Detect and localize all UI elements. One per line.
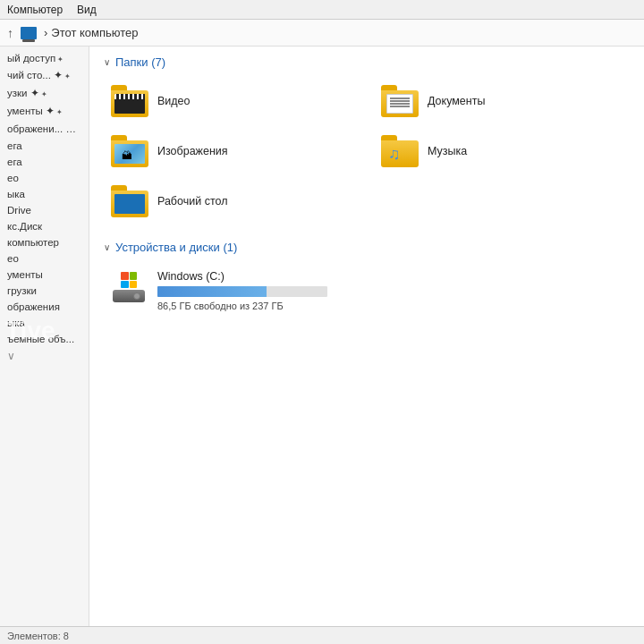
storage-progress-fill — [157, 286, 267, 297]
sidebar-item-video[interactable]: ео — [0, 170, 89, 186]
folder-video[interactable]: Видео — [104, 80, 360, 123]
menu-bar: Компьютер Вид — [0, 0, 644, 20]
device-icon — [111, 270, 147, 302]
folders-chevron: ∨ — [104, 57, 110, 67]
status-bar: Элементов: 8 — [0, 626, 644, 644]
nav-up-button[interactable]: ↑ — [7, 26, 13, 40]
folder-desktop-label: Рабочий стол — [157, 195, 227, 208]
sidebar-item-downloads2[interactable]: грузки — [0, 283, 89, 299]
folder-music-label: Музыка — [428, 145, 467, 157]
storage-progress-bar — [157, 286, 327, 297]
device-info: Windows (C:) 86,5 ГБ свободно из 237 ГБ — [157, 270, 327, 311]
sidebar-item-mega1[interactable]: ега — [0, 138, 89, 154]
folder-docs[interactable]: Документы — [374, 80, 630, 123]
sidebar-item-mega2[interactable]: ега — [0, 154, 89, 170]
devices-section-title: Устройства и диски (1) — [115, 241, 237, 254]
folders-section-title: Папки (7) — [115, 55, 165, 69]
menu-computer[interactable]: Компьютер — [7, 4, 63, 16]
devices-section-header[interactable]: ∨ Устройства и диски (1) — [104, 241, 630, 254]
device-name: Windows (C:) — [157, 270, 327, 283]
folder-docs-icon — [381, 85, 419, 117]
sidebar-item-yandex[interactable]: кс.Диск — [0, 218, 89, 234]
sidebar-item-downloads[interactable]: узки ✦ — [0, 84, 89, 102]
folder-desktop[interactable]: Рабочий стол — [104, 180, 360, 223]
sidebar-item-desktop[interactable]: чий сто... ✦ — [0, 66, 89, 84]
hdd-icon — [113, 290, 145, 302]
sidebar-item-docs2[interactable]: ументы — [0, 267, 89, 283]
folder-images[interactable]: Изображения — [104, 130, 360, 173]
items-count: Элементов: 8 — [7, 631, 69, 641]
sidebar-item-video2[interactable]: ео — [0, 250, 89, 267]
address-bar: ↑ › Этот компьютер — [0, 20, 644, 47]
sidebar-item-drive[interactable]: Drive — [0, 202, 89, 218]
sidebar-item-thispc[interactable]: компьютер — [0, 234, 89, 250]
content-area: ∨ Папки (7) Видео Документы — [89, 47, 644, 626]
computer-icon — [21, 27, 37, 39]
windows-logo-icon — [121, 272, 137, 288]
breadcrumb-path[interactable]: Этот компьютер — [51, 26, 138, 39]
folder-desktop-icon — [111, 185, 148, 217]
main-container: ый доступ чий сто... ✦ узки ✦ ументы ✦ о… — [0, 47, 644, 626]
folder-images-icon — [111, 135, 148, 167]
folder-docs-label: Документы — [428, 95, 485, 107]
folder-music[interactable]: ♫ Музыка — [374, 130, 630, 173]
folder-music-icon: ♫ — [381, 135, 419, 167]
sidebar-item-images[interactable]: ображени... ✦ — [0, 120, 89, 138]
sidebar-item-music[interactable]: ыка — [0, 186, 89, 202]
devices-chevron: ∨ — [104, 242, 110, 252]
breadcrumb-separator: › — [44, 26, 47, 39]
device-free-space: 86,5 ГБ свободно из 237 ГБ — [157, 301, 327, 311]
sidebar-item-docs[interactable]: ументы ✦ — [0, 102, 89, 120]
tive-watermark: Tive — [0, 313, 61, 349]
devices-section: ∨ Устройства и диски (1) Windows (C:) — [104, 241, 630, 317]
sidebar-item-arrow[interactable]: ∨ — [0, 347, 89, 365]
sidebar-item-quick-access[interactable]: ый доступ — [0, 50, 89, 66]
breadcrumb: › Этот компьютер — [44, 26, 139, 39]
folder-images-label: Изображения — [157, 145, 228, 157]
folder-video-icon — [111, 85, 148, 117]
folders-section-header[interactable]: ∨ Папки (7) — [104, 55, 630, 69]
folder-video-label: Видео — [157, 95, 191, 107]
device-windows-c[interactable]: Windows (C:) 86,5 ГБ свободно из 237 ГБ — [104, 265, 630, 317]
folders-grid: Видео Документы Изображения — [104, 80, 630, 223]
menu-view[interactable]: Вид — [77, 4, 97, 16]
